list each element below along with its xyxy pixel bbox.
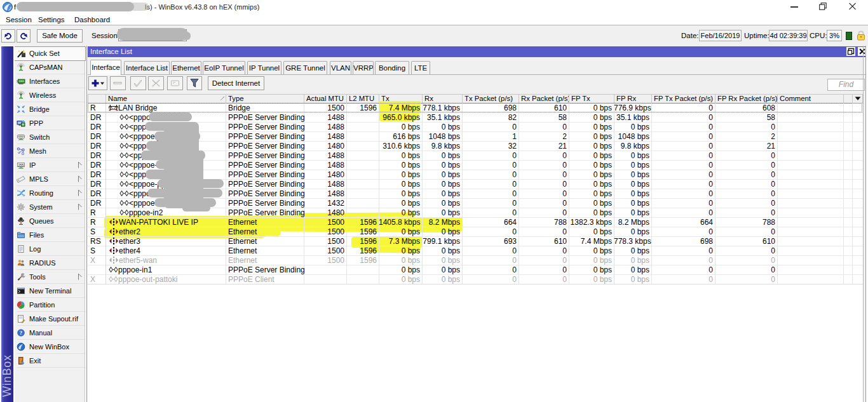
svg-text:?: ?	[20, 330, 23, 336]
svg-text:255: 255	[18, 163, 24, 167]
